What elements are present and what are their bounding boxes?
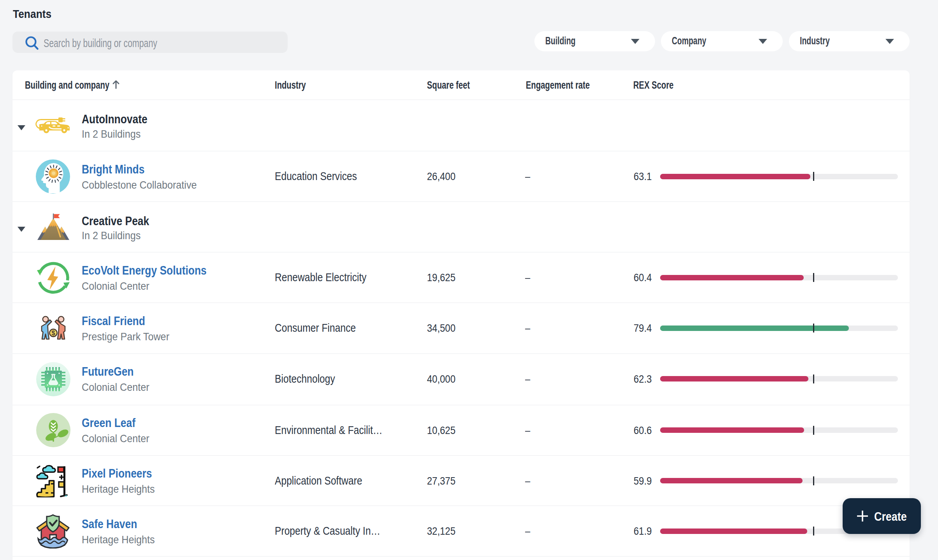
svg-text:$: $ xyxy=(51,329,55,337)
